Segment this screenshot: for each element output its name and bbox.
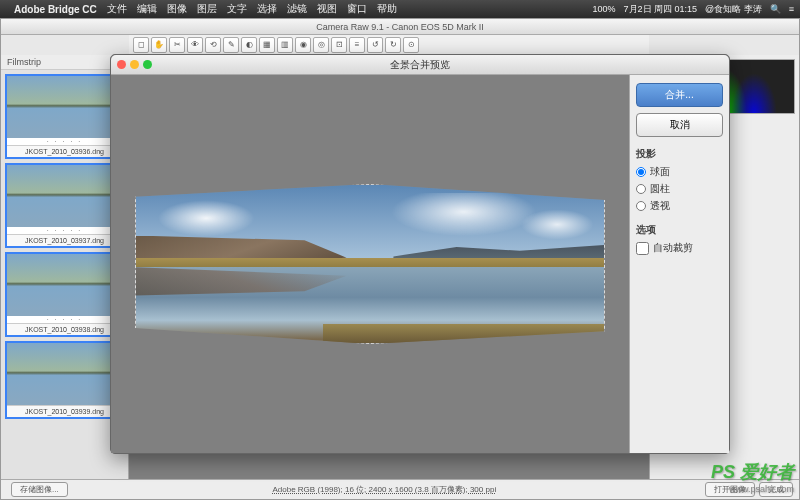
menu-file[interactable]: 文件 <box>107 2 127 16</box>
options-section: 选项 自动裁剪 <box>636 223 723 255</box>
thumb-filename: JKOST_2010_03937.dng <box>7 234 122 246</box>
tool-eye[interactable]: 👁 <box>187 37 203 53</box>
datetime: 7月2日 周四 01:15 <box>624 3 698 16</box>
projection-cylindrical[interactable]: 圆柱 <box>636 182 723 196</box>
menu-help[interactable]: 帮助 <box>377 2 397 16</box>
minimize-icon[interactable] <box>130 60 139 69</box>
autocrop-option[interactable]: 自动裁剪 <box>636 241 723 255</box>
thumb-image <box>7 254 122 316</box>
radio-perspective[interactable] <box>636 201 646 211</box>
zoom-icon[interactable] <box>143 60 152 69</box>
pano-titlebar: 全景合并预览 <box>111 55 729 75</box>
thumb-rating: · · · · · <box>7 138 122 145</box>
window-traffic-lights <box>117 60 152 69</box>
thumb-4[interactable]: JKOST_2010_03939.dng <box>5 341 124 419</box>
done-button[interactable]: 完成 <box>759 482 793 497</box>
filmstrip-header: Filmstrip <box>1 55 128 70</box>
user-name: @食知略 李涛 <box>705 3 762 16</box>
autocrop-checkbox[interactable] <box>636 242 649 255</box>
tool-crop[interactable]: ✂ <box>169 37 185 53</box>
thumb-3[interactable]: · · · · · JKOST_2010_03938.dng <box>5 252 124 337</box>
menu-type[interactable]: 文字 <box>227 2 247 16</box>
radio-spherical[interactable] <box>636 167 646 177</box>
close-icon[interactable] <box>117 60 126 69</box>
menu-select[interactable]: 选择 <box>257 2 277 16</box>
menu-image[interactable]: 图像 <box>167 2 187 16</box>
pano-options-sidebar: 合并... 取消 投影 球面 圆柱 透视 选项 自动裁剪 <box>629 75 729 453</box>
tool-hand[interactable]: ✋ <box>151 37 167 53</box>
thumb-rating: · · · · · <box>7 316 122 323</box>
thumb-2[interactable]: · · · · · JKOST_2010_03937.dng <box>5 163 124 248</box>
panorama-preview-image <box>135 184 605 344</box>
app-name[interactable]: Adobe Bridge CC <box>14 4 97 15</box>
menu-filter[interactable]: 滤镜 <box>287 2 307 16</box>
options-title: 选项 <box>636 223 723 237</box>
tool-menu[interactable]: ≡ <box>349 37 365 53</box>
radio-cylindrical[interactable] <box>636 184 646 194</box>
tool-cw[interactable]: ↻ <box>385 37 401 53</box>
acr-titlebar: Camera Raw 9.1 - Canon EOS 5D Mark II <box>1 19 799 35</box>
thumb-rating: · · · · · <box>7 227 122 234</box>
thumb-filename: JKOST_2010_03939.dng <box>7 405 122 417</box>
tool-rotate[interactable]: ⟲ <box>205 37 221 53</box>
menu-window[interactable]: 窗口 <box>347 2 367 16</box>
pano-preview-area <box>111 75 629 453</box>
thumb-image <box>7 165 122 227</box>
projection-spherical[interactable]: 球面 <box>636 165 723 179</box>
tool-redeye[interactable]: ◐ <box>241 37 257 53</box>
battery-indicator: 100% <box>593 4 616 14</box>
tool-ccw[interactable]: ↺ <box>367 37 383 53</box>
thumb-filename: JKOST_2010_03938.dng <box>7 323 122 335</box>
spotlight-icon[interactable]: 🔍 <box>770 4 781 14</box>
thumb-image <box>7 76 122 138</box>
cancel-button[interactable]: 取消 <box>636 113 723 137</box>
menu-layer[interactable]: 图层 <box>197 2 217 16</box>
pano-title-text: 全景合并预览 <box>390 58 450 72</box>
thumb-filename: JKOST_2010_03936.dng <box>7 145 122 157</box>
tool-grad[interactable]: ▦ <box>259 37 275 53</box>
tool-pref[interactable]: ⊡ <box>331 37 347 53</box>
menu-extras-icon[interactable]: ≡ <box>789 4 794 14</box>
open-image-button[interactable]: 打开图像 <box>705 482 755 497</box>
projection-section: 投影 球面 圆柱 透视 <box>636 147 723 213</box>
tool-zoom[interactable]: ◻ <box>133 37 149 53</box>
tool-mark[interactable]: ⊙ <box>403 37 419 53</box>
acr-footer: 存储图像... Adobe RGB (1998); 16 位; 2400 x 1… <box>1 479 799 499</box>
menu-edit[interactable]: 编辑 <box>137 2 157 16</box>
macos-menubar: Adobe Bridge CC 文件 编辑 图像 图层 文字 选择 滤镜 视图 … <box>0 0 800 18</box>
menu-view[interactable]: 视图 <box>317 2 337 16</box>
tool-brush[interactable]: ✎ <box>223 37 239 53</box>
tool-target[interactable]: ◎ <box>313 37 329 53</box>
thumb-1[interactable]: · · · · · JKOST_2010_03936.dng <box>5 74 124 159</box>
projection-title: 投影 <box>636 147 723 161</box>
save-image-button[interactable]: 存储图像... <box>11 482 68 497</box>
workflow-info[interactable]: Adobe RGB (1998); 16 位; 2400 x 1600 (3.8… <box>68 484 701 495</box>
tool-spot[interactable]: ◉ <box>295 37 311 53</box>
tool-radial[interactable]: ▥ <box>277 37 293 53</box>
thumb-image <box>7 343 122 405</box>
merge-button[interactable]: 合并... <box>636 83 723 107</box>
acr-toolbar: ◻ ✋ ✂ 👁 ⟲ ✎ ◐ ▦ ▥ ◉ ◎ ⊡ ≡ ↺ ↻ ⊙ <box>129 35 649 55</box>
panorama-merge-dialog: 全景合并预览 合并... 取消 投影 球面 圆柱 透视 <box>110 54 730 454</box>
projection-perspective[interactable]: 透视 <box>636 199 723 213</box>
